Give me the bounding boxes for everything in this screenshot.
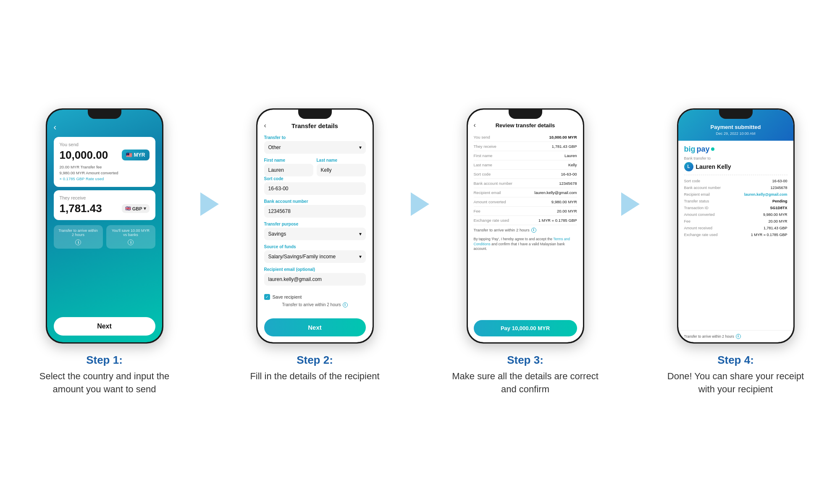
phone4-frame: Payment submitted Dec 29, 2022 10:00 AM … bbox=[677, 108, 795, 344]
review-row: Exchange rate used1 MYR = 0.1785 GBP bbox=[474, 216, 577, 225]
source-funds-group: Source of funds Salary/Savings/Family in… bbox=[264, 244, 366, 263]
bigpay-dot bbox=[711, 147, 714, 151]
review-row: You send10,000.00 MYR bbox=[474, 133, 577, 142]
info-arrive3-icon: ℹ bbox=[531, 228, 536, 233]
phone3-frame: ‹ Review transfer details You send10,000… bbox=[467, 108, 584, 344]
step3-wrapper: ‹ Review transfer details You send10,000… bbox=[442, 108, 609, 396]
step3-text: Make sure all the details are correct an… bbox=[450, 370, 601, 396]
review-row: Sort code16-63-00 bbox=[474, 170, 577, 179]
phone4-notch bbox=[719, 110, 753, 119]
phone3-back-btn[interactable]: ‹ bbox=[474, 121, 476, 129]
transfer-to-input[interactable]: Other ▾ bbox=[264, 141, 366, 154]
phone2-notch bbox=[298, 110, 332, 119]
recipient-avatar: L bbox=[684, 162, 693, 171]
receipt-row: Sort code16-63-00 bbox=[684, 178, 788, 184]
chevron-down-icon: ▾ bbox=[359, 144, 362, 150]
phone1-receive-label: They receive bbox=[60, 195, 150, 200]
recipient-email-label: Recipient email (optional) bbox=[264, 267, 366, 272]
bigpay-pay-text: pay bbox=[697, 145, 710, 154]
last-name-input[interactable]: Kelly bbox=[317, 164, 366, 176]
save-recipient-row: ✓ Save recipient bbox=[264, 294, 366, 300]
name-row: First name Lauren Last name Kelly bbox=[264, 158, 366, 176]
phone1-back-btn[interactable]: ‹ bbox=[54, 122, 155, 132]
arrow1-icon bbox=[200, 192, 219, 216]
phone1-send-amount: 10,000.00 bbox=[60, 149, 108, 162]
phone2-header: ‹ Transfer details bbox=[264, 122, 366, 129]
bank-account-label: Bank account number bbox=[264, 199, 366, 204]
phone3-pay-button[interactable]: Pay 10,000.00 MYR bbox=[474, 320, 577, 336]
receipt-row: Exchange rate used1 MYR = 0.1785 GBP bbox=[684, 231, 788, 238]
transfer-purpose-input[interactable]: Savings ▾ bbox=[264, 228, 366, 240]
step4-text: Done! You can share your receipt with yo… bbox=[660, 370, 811, 396]
review-row: First nameLauren bbox=[474, 151, 577, 160]
step1-title: Step 1: bbox=[29, 354, 180, 367]
phone1-send-card: You send 10,000.00 🇲🇾 MYR 20.00 MYR Tran… bbox=[54, 137, 155, 187]
phone4-date: Dec 29, 2022 10:00 AM bbox=[684, 131, 788, 136]
arrow3-icon bbox=[621, 192, 640, 216]
step3-description: Step 3: Make sure all the details are co… bbox=[450, 354, 601, 396]
bank-account-input[interactable]: 12345678 bbox=[264, 205, 366, 218]
receipt-row: Transaction IDSG1D8TX bbox=[684, 205, 788, 211]
review-row: Amount converted9,980.00 MYR bbox=[474, 197, 577, 207]
phone1-currency-badge: 🇲🇾 MYR bbox=[122, 150, 150, 160]
transfer-purpose-label: Transfer purpose bbox=[264, 222, 366, 226]
recipient-email-group: Recipient email (optional) lauren.kelly@… bbox=[264, 267, 366, 286]
phone1-save-text: You'll save 10.00 MYR vs banks bbox=[110, 228, 152, 237]
phone3-arrive-row: Transfer to arrive within 2 hours ℹ bbox=[474, 225, 577, 235]
transfer-to-group: Transfer to Other ▾ bbox=[264, 135, 366, 154]
steps-container: ‹ You send 10,000.00 🇲🇾 MYR 20.00 MYR Tr… bbox=[21, 108, 819, 396]
phone2-frame: ‹ Transfer details Transfer to Other ▾ F… bbox=[256, 108, 374, 344]
phone3-notch bbox=[509, 110, 542, 119]
phone1-next-button[interactable]: Next bbox=[54, 317, 155, 336]
first-name-input[interactable]: Lauren bbox=[264, 164, 313, 176]
source-funds-input[interactable]: Salary/Savings/Family income ▾ bbox=[264, 250, 366, 263]
phone1-time-save-row: Transfer to arrive within 2 hours ℹ You'… bbox=[54, 225, 155, 249]
phone1-frame: ‹ You send 10,000.00 🇲🇾 MYR 20.00 MYR Tr… bbox=[46, 108, 163, 344]
review-row: Last nameKelly bbox=[474, 160, 577, 170]
last-name-group: Last name Kelly bbox=[317, 158, 366, 176]
step2-description: Step 2: Fill in the details of the recip… bbox=[250, 354, 379, 383]
first-name-group: First name Lauren bbox=[264, 158, 313, 176]
info-arrive4-icon: ℹ bbox=[736, 334, 741, 339]
review-row: Recipient emaillauren.kelly@gmail.com bbox=[474, 188, 577, 197]
arrow2-icon bbox=[411, 192, 429, 216]
receipt-row: Bank account number12345678 bbox=[684, 184, 788, 191]
bank-account-group: Bank account number 12345678 bbox=[264, 199, 366, 218]
step1-description: Step 1: Select the country and input the… bbox=[29, 354, 180, 396]
bank-transfer-label: Bank transfer to bbox=[684, 156, 788, 160]
transfer-purpose-group: Transfer purpose Savings ▾ bbox=[264, 222, 366, 240]
step1-wrapper: ‹ You send 10,000.00 🇲🇾 MYR 20.00 MYR Tr… bbox=[21, 108, 188, 396]
source-funds-label: Source of funds bbox=[264, 244, 366, 249]
phone1-receive-amount: 1,781.43 bbox=[60, 202, 102, 215]
phone1-fee-info: 20.00 MYR Transfer fee 9,980.00 MYR Amou… bbox=[60, 164, 150, 182]
save-recipient-label: Save recipient bbox=[273, 294, 302, 299]
save-recipient-checkbox[interactable]: ✓ bbox=[264, 294, 270, 300]
phone3-terms-text: By tapping 'Pay', I hereby agree to and … bbox=[474, 237, 577, 252]
phone2-screen: ‹ Transfer details Transfer to Other ▾ F… bbox=[257, 110, 373, 342]
terms-link[interactable]: Terms and Conditions bbox=[474, 237, 570, 246]
phone1-receive-card: They receive 1,781.43 🇬🇧 GBP ▾ bbox=[54, 190, 155, 220]
recipient-email-input[interactable]: lauren.kelly@gmail.com bbox=[264, 273, 366, 286]
phone2-title: Transfer details bbox=[291, 122, 338, 129]
phone2-next-button[interactable]: Next bbox=[264, 318, 366, 336]
sort-code-group: Sort code 16-63-00 bbox=[264, 176, 366, 195]
step2-text: Fill in the details of the recipient bbox=[250, 370, 379, 383]
phone4-title: Payment submitted bbox=[684, 124, 788, 130]
transfer-to-label: Transfer to bbox=[264, 135, 366, 140]
last-name-label: Last name bbox=[317, 158, 366, 163]
phone4-body: big pay Bank transfer to L Lauren Kelly bbox=[678, 141, 793, 330]
phone1-send-label: You send bbox=[60, 142, 150, 147]
bigpay-text: big bbox=[684, 145, 696, 154]
phone1-arrive-box: Transfer to arrive within 2 hours ℹ bbox=[54, 225, 103, 249]
receipt-row: Fee20.00 MYR bbox=[684, 218, 788, 225]
info-arrive2-icon: ℹ bbox=[343, 302, 348, 307]
bigpay-logo: big pay bbox=[684, 145, 788, 154]
info-save-icon: ℹ bbox=[128, 239, 134, 245]
step2-wrapper: ‹ Transfer details Transfer to Other ▾ F… bbox=[231, 108, 398, 383]
receipt-row: Amount converted9,980.00 MYR bbox=[684, 211, 788, 218]
arrow3-container bbox=[621, 108, 640, 216]
phone2-back-btn[interactable]: ‹ bbox=[264, 122, 266, 129]
step4-wrapper: Payment submitted Dec 29, 2022 10:00 AM … bbox=[652, 108, 819, 396]
step1-text: Select the country and input the amount … bbox=[29, 370, 180, 396]
sort-code-input[interactable]: 16-63-00 bbox=[264, 182, 366, 195]
